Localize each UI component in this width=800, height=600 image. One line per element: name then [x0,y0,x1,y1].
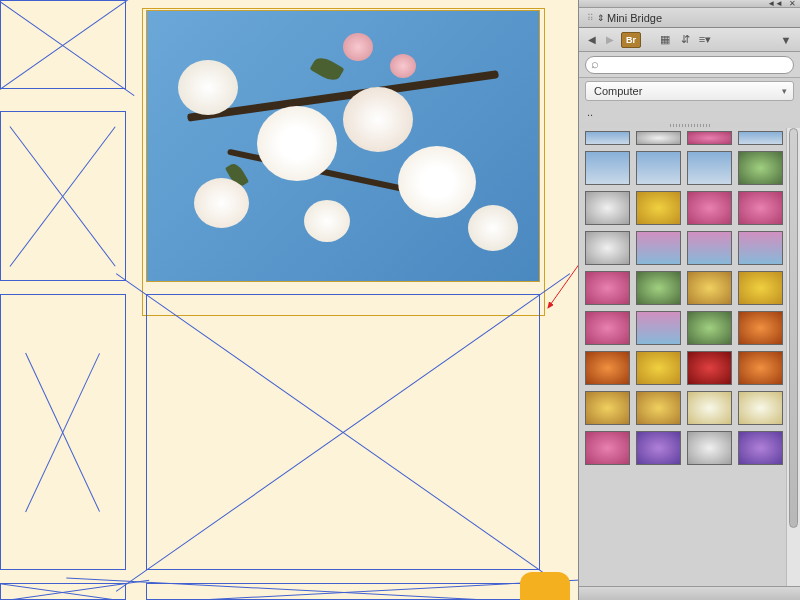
thumbnail[interactable] [738,271,783,305]
placeholder-frame[interactable] [0,111,126,281]
panel-title: Mini Bridge [607,12,662,24]
panel-footer [579,586,800,600]
thumbnail[interactable] [738,431,783,465]
placeholder-frame[interactable] [146,294,540,570]
thumbnail[interactable] [636,151,681,185]
thumbnail[interactable] [738,231,783,265]
thumbnail[interactable] [585,351,630,385]
thumbnail-area [579,128,786,586]
panel-grip-icon: ⠿ [587,13,594,23]
thumbnail[interactable] [687,431,732,465]
nav-forward-button[interactable]: ▶ [603,33,617,47]
thumbnail[interactable] [687,191,732,225]
page-indicator [520,572,570,600]
panel-updown-icon: ⇕ [597,13,605,23]
image-frame-selected[interactable] [146,10,540,282]
thumbnail[interactable] [636,431,681,465]
thumbnail[interactable] [636,131,681,145]
bridge-button[interactable]: Br [621,32,641,48]
search-input[interactable] [585,56,794,74]
placeholder-frame[interactable] [0,583,126,600]
thumbnail[interactable] [585,311,630,345]
parent-folder-link[interactable]: .. [579,104,800,122]
list-menu-icon[interactable]: ≡▾ [697,32,713,48]
thumbnail[interactable] [738,351,783,385]
panel-topbar: ◄◄ ✕ [579,0,800,8]
breadcrumb-dropdown[interactable]: Computer [585,81,794,101]
panel-tab[interactable]: ⠿ ⇕ Mini Bridge [579,8,800,28]
scrollbar[interactable] [786,128,800,586]
close-icon[interactable]: ✕ [789,0,796,8]
thumbnail[interactable] [636,191,681,225]
placeholder-frame[interactable] [0,0,126,89]
thumbnail[interactable] [585,391,630,425]
scrollbar-thumb[interactable] [789,128,798,528]
nav-back-button[interactable]: ◀ [585,33,599,47]
thumbnail[interactable] [636,391,681,425]
breadcrumb-label: Computer [594,85,642,97]
collapse-icon[interactable]: ◄◄ [767,0,783,8]
thumbnail[interactable] [585,151,630,185]
thumbnail[interactable] [687,311,732,345]
thumbnail[interactable] [585,431,630,465]
search-row [579,52,800,78]
thumbnail[interactable] [738,151,783,185]
thumbnail[interactable] [738,391,783,425]
sort-icon[interactable]: ⇵ [677,32,693,48]
thumbnail[interactable] [585,131,630,145]
thumbnail[interactable] [738,311,783,345]
panel-toolbar: ◀ ▶ Br ▦ ⇵ ≡▾ ▼ [579,28,800,52]
thumbnail[interactable] [687,271,732,305]
mini-bridge-panel: ◄◄ ✕ ⠿ ⇕ Mini Bridge ◀ ▶ Br ▦ ⇵ ≡▾ ▼ Com… [578,0,800,600]
thumbnail[interactable] [636,231,681,265]
thumbnail[interactable] [687,351,732,385]
placeholder-frame[interactable] [0,294,126,570]
thumbnail[interactable] [636,271,681,305]
thumbnail[interactable] [687,231,732,265]
placeholder-frame[interactable] [146,583,540,600]
thumbnail[interactable] [585,231,630,265]
placed-image [147,11,539,281]
thumbnail[interactable] [636,351,681,385]
thumbnail[interactable] [585,271,630,305]
thumbnail[interactable] [738,191,783,225]
filter-icon[interactable]: ▼ [778,32,794,48]
thumbnail[interactable] [636,311,681,345]
thumbnail[interactable] [687,131,732,145]
thumbnail[interactable] [687,151,732,185]
thumbnail[interactable] [585,191,630,225]
thumbnail[interactable] [738,131,783,145]
canvas-area[interactable] [0,0,578,600]
thumbnail[interactable] [687,391,732,425]
view-grid-icon[interactable]: ▦ [657,32,673,48]
